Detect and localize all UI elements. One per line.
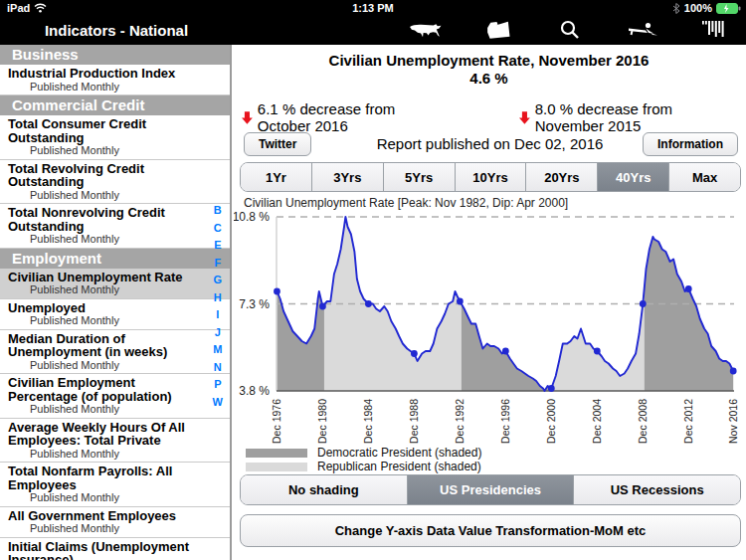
- data-point-marker[interactable]: [730, 368, 737, 375]
- legend-label: Republican President (shaded): [317, 460, 481, 473]
- index-letter-f[interactable]: F: [214, 257, 221, 269]
- indicator-list-item[interactable]: All Government EmployeesPublished Monthl…: [0, 507, 230, 538]
- report-panel: Civilian Unemployment Rate, November 201…: [232, 45, 746, 560]
- x-tick-label: Dec 1988: [408, 399, 420, 444]
- indicator-list: BusinessIndustrial Production IndexPubli…: [0, 45, 230, 560]
- index-letter-m[interactable]: M: [213, 343, 222, 355]
- tab-10yrs[interactable]: 10Yrs: [456, 163, 527, 191]
- indicator-list-item[interactable]: Total Nonrevolving Credit OutstandingPub…: [0, 204, 230, 249]
- party-shading-legend: Democratic President (shaded)Republican …: [246, 446, 481, 473]
- recreation-icon[interactable]: [623, 17, 662, 43]
- top-bar: iPad 1:13 PM 100% Indicators - National: [0, 0, 746, 45]
- data-point-marker[interactable]: [457, 298, 464, 305]
- indicator-title: Civilian Unemployment Rate: [8, 271, 204, 284]
- indicator-list-item[interactable]: UnemployedPublished Monthly: [0, 299, 230, 330]
- x-tick-label: Dec 1996: [499, 399, 511, 444]
- tab-1yr[interactable]: 1Yr: [241, 163, 312, 191]
- data-point-marker[interactable]: [548, 385, 555, 392]
- decrease-arrow-icon: [519, 110, 530, 125]
- tab-40yrs[interactable]: 40Yrs: [598, 163, 669, 191]
- index-letter-e[interactable]: E: [214, 239, 221, 251]
- indicator-frequency: Published Monthly: [30, 82, 204, 93]
- data-point-marker[interactable]: [365, 300, 372, 307]
- data-point-marker[interactable]: [319, 303, 326, 310]
- index-letter-h[interactable]: H: [214, 291, 222, 303]
- indicator-title: Industrial Production Index: [8, 67, 204, 81]
- search-icon[interactable]: [550, 17, 590, 43]
- tab-us-recessions[interactable]: US Recessions: [574, 475, 740, 504]
- yoy-change: 8.0 % decrease from November 2015: [519, 100, 742, 134]
- indicator-frequency: Published Monthly: [30, 234, 204, 246]
- yaxis-transform-button[interactable]: Change Y-axis Data Value Transformation-…: [240, 514, 741, 547]
- data-point-marker[interactable]: [502, 348, 509, 355]
- x-tick-label: Dec 2012: [682, 399, 694, 444]
- shading-mode-tabs: No shadingUS PresidenciesUS Recessions: [240, 474, 741, 505]
- x-tick-label: Nov 2016: [727, 399, 739, 444]
- indicator-title: Civilian Employment Percentage (of popul…: [8, 376, 204, 403]
- data-point-marker[interactable]: [411, 350, 418, 357]
- information-button[interactable]: Information: [643, 132, 738, 156]
- indicator-frequency: Published Monthly: [30, 360, 204, 372]
- report-title: Civilian Unemployment Rate, November 201…: [232, 52, 746, 69]
- barcode-icon[interactable]: [694, 17, 734, 43]
- legend-swatch: [246, 449, 307, 458]
- data-point-marker[interactable]: [685, 285, 692, 292]
- tab-5yrs[interactable]: 5Yrs: [384, 163, 456, 191]
- tab-3yrs[interactable]: 3Yrs: [312, 163, 384, 191]
- tab-20yrs[interactable]: 20Yrs: [526, 163, 598, 191]
- report-value: 4.6 %: [232, 70, 746, 87]
- indicator-list-item[interactable]: Civilian Employment Percentage (of popul…: [0, 374, 230, 419]
- data-point-marker[interactable]: [640, 300, 647, 307]
- index-letter-n[interactable]: N: [214, 361, 222, 373]
- indicator-title: Unemployed: [8, 301, 204, 315]
- indicator-frequency: Published Monthly: [30, 190, 204, 202]
- battery-icon: [716, 3, 741, 14]
- yoy-change-label: 8.0 % decrease from November 2015: [535, 100, 742, 134]
- indicator-title: Total Nonrevolving Credit Outstanding: [8, 206, 204, 233]
- indicator-title: Median Duration of Unemployment (in week…: [8, 332, 204, 359]
- indicator-frequency: Published Monthly: [30, 523, 204, 535]
- state-map-icon[interactable]: [478, 17, 518, 43]
- indicator-list-item[interactable]: Civilian Unemployment RatePublished Mont…: [0, 269, 230, 299]
- legend-swatch: [246, 463, 307, 471]
- us-national-map-icon[interactable]: [406, 17, 446, 43]
- index-letter-p[interactable]: P: [214, 378, 221, 390]
- x-tick-label: Dec 1992: [454, 399, 466, 444]
- indicator-list-item[interactable]: Median Duration of Unemployment (in week…: [0, 330, 230, 375]
- index-letter-c[interactable]: C: [214, 222, 222, 234]
- section-header: Commercial Credit: [0, 95, 230, 115]
- mom-change-label: 6.1 % decrease from October 2016: [258, 100, 452, 134]
- indicator-frequency: Published Monthly: [30, 315, 204, 327]
- index-letter-g[interactable]: G: [214, 274, 223, 285]
- page-title: Indicators - National: [0, 22, 233, 39]
- x-tick-label: Dec 2004: [591, 399, 603, 444]
- data-point-marker[interactable]: [594, 348, 601, 355]
- tab-max[interactable]: Max: [669, 163, 740, 191]
- indicator-list-item[interactable]: Total Consumer Credit OutstandingPublish…: [0, 115, 230, 160]
- indicator-title: Total Nonfarm Payrolls: All Employees: [8, 465, 204, 491]
- indicator-list-item[interactable]: Initial Claims (Unemployment Insurance)P…: [0, 538, 230, 560]
- indicator-list-item[interactable]: Total Revolving Credit OutstandingPublis…: [0, 160, 230, 205]
- legend-label: Democratic President (shaded): [317, 446, 481, 460]
- indicator-frequency: Published Monthly: [30, 449, 204, 461]
- indicator-frequency: Published Monthly: [30, 284, 204, 296]
- indicator-list-item[interactable]: Total Nonfarm Payrolls: All EmployeesPub…: [0, 463, 230, 507]
- index-letter-j[interactable]: J: [215, 326, 221, 338]
- section-header: Employment: [0, 249, 230, 269]
- indicator-list-item[interactable]: Average Weekly Hours Of All Employees: T…: [0, 419, 230, 464]
- tab-us-presidencies[interactable]: US Presidencies: [408, 475, 575, 504]
- alphabet-index: BCEFGHIJMNPW: [213, 204, 223, 408]
- index-letter-w[interactable]: W: [213, 396, 223, 408]
- y-tick-label: 10.8 %: [234, 210, 270, 224]
- unemployment-chart[interactable]: 10.8 %7.3 %3.8 %Dec 1976Dec 1980Dec 1984…: [234, 207, 743, 451]
- index-letter-i[interactable]: I: [216, 308, 219, 320]
- indicator-frequency: Published Monthly: [30, 404, 204, 416]
- index-letter-b[interactable]: B: [214, 204, 222, 216]
- y-tick-label: 7.3 %: [239, 297, 270, 311]
- tab-no-shading[interactable]: No shading: [241, 475, 408, 504]
- battery-percent-label: 100%: [684, 2, 712, 14]
- indicator-list-item[interactable]: Industrial Production IndexPublished Mon…: [0, 65, 230, 95]
- indicator-title: Total Consumer Credit Outstanding: [8, 117, 204, 144]
- status-bar: iPad 1:13 PM 100%: [0, 0, 746, 16]
- data-point-marker[interactable]: [274, 288, 280, 295]
